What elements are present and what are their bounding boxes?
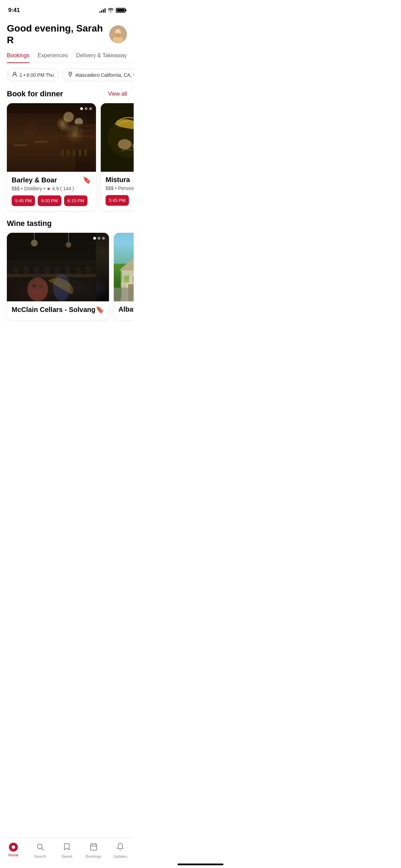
svg-rect-61 xyxy=(114,288,134,301)
dot-1 xyxy=(93,237,96,240)
status-time: 9:41 xyxy=(8,7,20,14)
status-icons xyxy=(99,8,125,13)
mistura-type: Peruvian xyxy=(118,185,134,191)
svg-rect-25 xyxy=(78,149,81,156)
mistura-body: Mistura $$$ • Peruvian • 5:45 PM xyxy=(101,172,134,210)
svg-rect-26 xyxy=(84,149,87,156)
star-icon: ★ xyxy=(47,186,51,191)
dinner-section-header: Book for dinner View all xyxy=(7,89,127,98)
barley-boar-bookmark[interactable]: 🔖 xyxy=(83,176,91,184)
svg-rect-8 xyxy=(34,141,48,143)
wine-section-header: Wine tasting xyxy=(7,219,127,228)
tab-bookings[interactable]: Bookings xyxy=(7,50,29,63)
svg-rect-13 xyxy=(60,131,94,131)
location-icon xyxy=(68,72,73,78)
dinner-cards-row: Barley & Boar 🔖 $$$ • Distillery • ★ 4.9… xyxy=(0,103,134,212)
svg-point-27 xyxy=(24,119,38,136)
time-slot-545[interactable]: 5:45 PM xyxy=(12,195,35,206)
guests-filter-label: 1 • 6:00 PM Thu xyxy=(20,72,54,78)
barley-boar-image xyxy=(7,103,96,172)
svg-rect-7 xyxy=(14,144,27,146)
barley-boar-rating: 4.9 xyxy=(52,186,59,191)
mistura-name-row: Mistura xyxy=(106,176,134,184)
svg-point-50 xyxy=(39,286,43,288)
barley-boar-price: $$$ xyxy=(12,186,20,191)
person-icon xyxy=(12,72,17,78)
svg-rect-59 xyxy=(133,276,134,282)
mcclain-body: McClain Cellars - Solvang 🔖 xyxy=(7,301,109,320)
svg-point-4 xyxy=(70,73,71,74)
barley-boar-name: Barley & Boar xyxy=(12,176,57,184)
barley-boar-body: Barley & Boar 🔖 $$$ • Distillery • ★ 4.9… xyxy=(7,172,96,211)
svg-point-45 xyxy=(66,242,71,248)
barley-boar-dots xyxy=(80,107,92,110)
restaurant-card-mistura[interactable]: Mistura $$$ • Peruvian • 5:45 PM xyxy=(101,103,134,211)
svg-rect-18 xyxy=(69,126,70,130)
avatar[interactable] xyxy=(109,25,127,43)
mistura-time-545[interactable]: 5:45 PM xyxy=(106,195,129,206)
mcclain-name-row: McClain Cellars - Solvang 🔖 xyxy=(12,305,104,314)
wine-tasting-section: Wine tasting xyxy=(0,212,134,322)
mcclain-bookmark[interactable]: 🔖 xyxy=(96,305,104,314)
svg-point-9 xyxy=(63,112,74,122)
svg-rect-12 xyxy=(60,125,94,126)
svg-rect-41 xyxy=(75,267,81,274)
albatross-name-row: Albatross Rid... xyxy=(119,305,134,313)
wifi-icon xyxy=(108,8,114,13)
barley-boar-type: Distillery xyxy=(24,186,42,191)
svg-rect-15 xyxy=(62,126,63,130)
main-tabs: Bookings Experiences Delivery & Takeaway xyxy=(0,48,134,63)
time-slot-615[interactable]: 6:15 PM xyxy=(64,195,87,206)
svg-rect-37 xyxy=(34,267,39,274)
svg-rect-52 xyxy=(114,233,134,264)
svg-rect-24 xyxy=(73,149,75,156)
restaurant-card-barley-boar[interactable]: Barley & Boar 🔖 $$$ • Distillery • ★ 4.9… xyxy=(7,103,96,211)
albatross-image xyxy=(114,233,134,301)
wine-cards-row: McClain Cellars - Solvang 🔖 xyxy=(0,233,134,322)
location-filter-label: Atascadero California, CA, United St... xyxy=(75,72,134,78)
barley-boar-times: 5:45 PM 6:00 PM 6:15 PM xyxy=(12,195,91,206)
guests-filter[interactable]: 1 • 6:00 PM Thu xyxy=(7,69,59,81)
barley-boar-name-row: Barley & Boar 🔖 xyxy=(12,176,91,184)
barley-boar-meta: $$$ • Distillery • ★ 4.9 (144) xyxy=(12,186,91,191)
svg-rect-34 xyxy=(7,274,96,277)
tab-experiences[interactable]: Experiences xyxy=(38,50,68,63)
svg-point-47 xyxy=(27,277,48,301)
restaurant-card-mcclain[interactable]: McClain Cellars - Solvang 🔖 xyxy=(7,233,109,320)
svg-point-43 xyxy=(31,240,38,246)
location-filter[interactable]: Atascadero California, CA, United St... xyxy=(62,69,134,81)
svg-point-49 xyxy=(32,284,37,288)
signal-icon xyxy=(99,8,106,13)
svg-rect-17 xyxy=(66,126,68,130)
svg-rect-42 xyxy=(86,266,91,274)
restaurant-card-albatross[interactable]: Albatross Rid... xyxy=(114,233,134,320)
mistura-image xyxy=(101,103,134,172)
wine-section-title: Wine tasting xyxy=(7,219,52,228)
status-bar: 9:41 xyxy=(0,0,134,19)
dot-1 xyxy=(80,107,83,110)
mistura-times: 5:45 PM xyxy=(106,195,134,206)
mcclain-dots xyxy=(93,237,105,240)
svg-rect-38 xyxy=(45,266,50,274)
time-slot-600[interactable]: 6:00 PM xyxy=(38,195,61,206)
svg-rect-58 xyxy=(124,276,129,282)
svg-rect-35 xyxy=(14,267,19,274)
mistura-name: Mistura xyxy=(106,176,130,184)
svg-rect-20 xyxy=(74,126,75,130)
dinner-view-all[interactable]: View all xyxy=(108,91,127,97)
barley-boar-reviews: 144 xyxy=(63,186,71,191)
dot-3 xyxy=(102,237,105,240)
svg-rect-23 xyxy=(67,149,70,156)
svg-rect-22 xyxy=(61,149,64,156)
svg-point-30 xyxy=(118,139,132,149)
tab-delivery[interactable]: Delivery & Takeaway xyxy=(76,50,127,63)
mistura-price: $$$ xyxy=(106,185,113,191)
dot-3 xyxy=(89,107,92,110)
mcclain-image xyxy=(7,233,109,301)
albatross-name: Albatross Rid... xyxy=(119,305,134,313)
svg-rect-19 xyxy=(71,126,73,130)
header: Good evening, Sarah R xyxy=(0,19,134,48)
svg-rect-39 xyxy=(55,267,60,274)
mcclain-name: McClain Cellars - Solvang xyxy=(12,306,96,314)
svg-rect-14 xyxy=(60,136,94,136)
